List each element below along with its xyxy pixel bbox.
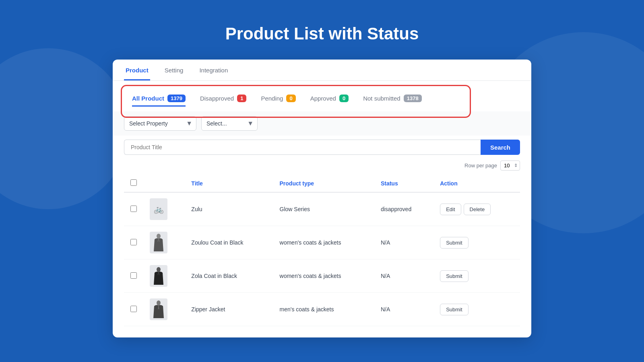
- row-type-cell: Glow Series: [273, 192, 374, 226]
- row-per-page-row: Row per page 10 25 50 ⇕: [113, 160, 531, 175]
- row-status-cell: N/A: [374, 226, 433, 259]
- badge-all-count: 1379: [167, 95, 186, 102]
- table-row: Zola Coat in Black women's coats & jacke…: [124, 259, 520, 293]
- row-title-cell: Zipper Jacket: [185, 293, 273, 326]
- bg-decoration-left: [0, 48, 129, 209]
- status-pending-label: Pending: [261, 95, 283, 102]
- col-checkbox: [124, 175, 143, 192]
- status-filter-not-submitted[interactable]: Not submitted 1378: [363, 95, 421, 107]
- jacket-icon: [152, 300, 165, 318]
- row-checkbox-cell: [124, 259, 143, 293]
- status-filter-disapproved[interactable]: Disapproved 1: [200, 95, 246, 107]
- row-per-page-select[interactable]: 10 25 50: [500, 160, 520, 171]
- row-title-cell: Zulu: [185, 192, 273, 226]
- main-card: Product Setting Integration All Product …: [113, 60, 531, 337]
- action-buttons: Submit: [440, 237, 514, 249]
- page-title: Product List with Status: [225, 24, 419, 43]
- submit-button[interactable]: Submit: [440, 237, 468, 249]
- svg-point-2: [157, 300, 161, 305]
- status-filter-all-product[interactable]: All Product 1379: [132, 95, 186, 107]
- row-image-cell: 🚲: [143, 192, 185, 226]
- search-row: Search: [113, 136, 531, 160]
- table-row: 🚲 Zulu Glow Series disapproved Edit Dele…: [124, 192, 520, 226]
- row-type-cell: women's coats & jackets: [273, 226, 374, 259]
- row-title-cell: Zola Coat in Black: [185, 259, 273, 293]
- edit-button[interactable]: Edit: [440, 204, 461, 215]
- status-bar: All Product 1379 Disapproved 1 Pending 0…: [124, 88, 520, 111]
- col-title: Title: [185, 175, 273, 192]
- table-container: Title Product type Status Action 🚲: [113, 175, 531, 337]
- product-image: 🚲: [150, 198, 167, 220]
- select-property-wrapper: Select Property ▼: [124, 116, 196, 131]
- row-checkbox[interactable]: [130, 239, 137, 245]
- row-checkbox[interactable]: [130, 272, 137, 279]
- row-action-cell: Edit Delete: [433, 192, 520, 226]
- row-checkbox[interactable]: [130, 206, 137, 212]
- tab-integration[interactable]: Integration: [198, 60, 229, 80]
- status-not-submitted-label: Not submitted: [363, 95, 400, 102]
- bike-icon: 🚲: [154, 204, 164, 214]
- tab-product[interactable]: Product: [124, 60, 150, 80]
- badge-disapproved-count: 1: [237, 95, 246, 102]
- row-status-cell: N/A: [374, 293, 433, 326]
- tab-setting[interactable]: Setting: [163, 60, 185, 80]
- status-disapproved-label: Disapproved: [200, 95, 234, 102]
- row-status-cell: N/A: [374, 259, 433, 293]
- table-header-row: Title Product type Status Action: [124, 175, 520, 192]
- product-image: [150, 298, 167, 320]
- product-image: [150, 265, 167, 287]
- action-buttons: Submit: [440, 270, 514, 282]
- row-checkbox-cell: [124, 226, 143, 259]
- col-image: [143, 175, 185, 192]
- filter-row: Select Property ▼ Select... ▼: [113, 111, 531, 136]
- row-action-cell: Submit: [433, 259, 520, 293]
- action-buttons: Edit Delete: [440, 204, 514, 215]
- row-type-cell: men's coats & jackets: [273, 293, 374, 326]
- select-property-dropdown[interactable]: Select Property: [124, 116, 196, 131]
- table-row: Zipper Jacket men's coats & jackets N/A …: [124, 293, 520, 326]
- badge-not-submitted-count: 1378: [404, 95, 422, 102]
- coat-icon: [152, 234, 165, 251]
- status-bar-wrapper: All Product 1379 Disapproved 1 Pending 0…: [113, 81, 531, 111]
- tab-bar: Product Setting Integration: [113, 60, 531, 81]
- svg-point-1: [157, 267, 161, 272]
- col-action: Action: [433, 175, 520, 192]
- svg-point-0: [157, 234, 161, 239]
- badge-pending-count: 0: [286, 95, 295, 102]
- select-secondary-wrapper: Select... ▼: [201, 116, 258, 131]
- product-table: Title Product type Status Action 🚲: [124, 175, 520, 326]
- col-product-type: Product type: [273, 175, 374, 192]
- row-image-cell: [143, 226, 185, 259]
- delete-button[interactable]: Delete: [464, 204, 491, 215]
- row-per-page-label: Row per page: [464, 162, 497, 169]
- row-action-cell: Submit: [433, 293, 520, 326]
- status-filter-pending[interactable]: Pending 0: [261, 95, 295, 107]
- table-row: Zoulou Coat in Black women's coats & jac…: [124, 226, 520, 259]
- row-action-cell: Submit: [433, 226, 520, 259]
- coat-icon-2: [152, 267, 165, 285]
- action-buttons: Submit: [440, 304, 514, 315]
- row-image-cell: [143, 293, 185, 326]
- select-all-checkbox[interactable]: [130, 179, 137, 186]
- row-type-cell: women's coats & jackets: [273, 259, 374, 293]
- select-secondary-dropdown[interactable]: Select...: [201, 116, 258, 131]
- product-image: [150, 232, 167, 253]
- row-image-cell: [143, 259, 185, 293]
- col-status: Status: [374, 175, 433, 192]
- status-approved-label: Approved: [310, 95, 336, 102]
- row-checkbox-cell: [124, 192, 143, 226]
- row-checkbox-cell: [124, 293, 143, 326]
- row-title-cell: Zoulou Coat in Black: [185, 226, 273, 259]
- submit-button[interactable]: Submit: [440, 270, 468, 282]
- submit-button[interactable]: Submit: [440, 304, 468, 315]
- status-filter-approved[interactable]: Approved 0: [310, 95, 349, 107]
- search-button[interactable]: Search: [481, 140, 520, 155]
- status-all-label: All Product: [132, 95, 164, 102]
- search-input[interactable]: [124, 140, 481, 155]
- badge-approved-count: 0: [339, 95, 349, 102]
- row-checkbox[interactable]: [130, 306, 137, 312]
- row-status-cell: disapproved: [374, 192, 433, 226]
